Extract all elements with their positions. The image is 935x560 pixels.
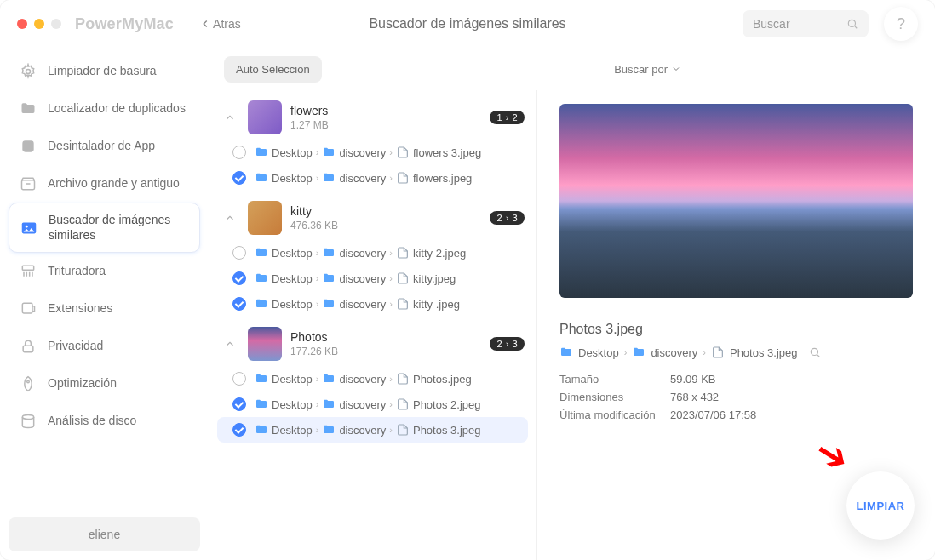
sidebar-item-label: Buscador de imágenes similares [49,213,189,243]
svg-point-5 [26,225,28,227]
meta-mod-label: Última modificación [559,407,662,425]
sidebar-item-privacy[interactable]: Privacidad [9,328,200,365]
sidebar-item-trash-cleaner[interactable]: Limpiador de basura [9,53,200,90]
group-count-badge: 2 › 3 [490,337,525,351]
file-checkbox[interactable] [232,372,246,386]
chevron-up-icon[interactable] [221,108,239,127]
clean-button[interactable]: LIMPIAR [846,471,915,540]
file-path: Desktop› discovery› Photos 2.jpeg [255,397,480,411]
sidebar-item-duplicate-finder[interactable]: Localizador de duplicados [9,90,200,128]
archive-icon [19,174,37,193]
auto-select-button[interactable]: Auto Seleccion [224,56,322,83]
file-icon [711,346,725,359]
toolbar: Auto Seleccion Buscar por [209,48,935,90]
meta-size-value: 59.09 KB [670,371,716,389]
group-header[interactable]: Photos177.26 KB 2 › 3 [217,322,528,366]
file-path: Desktop› discovery› kitty 2.jpeg [255,246,466,260]
path-seg: Desktop [272,298,313,311]
sidebar-item-label: Limpiador de basura [48,64,157,79]
chevron-up-icon[interactable] [221,209,239,227]
svg-rect-3 [22,180,35,190]
file-checkbox[interactable] [232,423,246,437]
group-header[interactable]: kitty476.36 KB 2 › 3 [217,196,528,240]
search-icon[interactable] [809,346,821,358]
svg-point-1 [26,70,31,74]
file-checkbox[interactable] [232,146,246,159]
file-checkbox[interactable] [232,246,246,260]
close-window-button[interactable] [17,19,27,29]
gear-icon [19,62,37,81]
file-row[interactable]: Desktop› discovery› kitty 2.jpeg [217,240,528,266]
svg-rect-7 [22,303,32,313]
app-name: PowerMyMac [75,15,174,33]
svg-rect-6 [22,266,33,270]
sort-by-dropdown[interactable]: Buscar por [614,63,681,76]
group-name: kitty [290,204,490,218]
file-row[interactable]: Desktop› discovery› kitty .jpeg [217,291,528,317]
path-seg: Desktop [272,373,313,386]
file-row[interactable]: Desktop› discovery› kitty.jpeg [217,266,528,291]
app-icon [19,137,37,156]
back-button[interactable]: Atras [199,17,241,31]
file-icon [396,397,410,411]
file-row[interactable]: Desktop› discovery› flowers.jpeg [217,165,528,191]
file-row[interactable]: Desktop› discovery› Photos 3.jpeg [217,417,528,443]
sidebar-item-similar-images[interactable]: Buscador de imágenes similares [9,203,200,253]
search-input[interactable]: Buscar [743,10,869,37]
preview-filename: Photos 3.jpeg [559,322,913,337]
file-path: Desktop› discovery› kitty .jpeg [255,297,460,311]
sidebar-item-large-old-files[interactable]: Archivo grande y antiguo [9,165,200,203]
preview-image [559,104,913,298]
meta-size-label: Tamaño [559,371,662,389]
folder-icon [255,397,268,411]
folder-icon [255,246,268,260]
folder-icon [322,171,336,185]
sidebar-item-label: Trituradora [48,264,106,279]
path-seg: discovery [339,172,386,185]
results-list: flowers1.27 MB 1 › 2 Desktop› discovery›… [209,90,537,560]
sidebar-item-shredder[interactable]: Trituradora [9,253,200,290]
group-name: flowers [290,104,490,117]
file-icon [396,297,410,311]
minimize-window-button[interactable] [34,19,44,29]
auto-select-label: Auto Seleccion [236,63,310,76]
folder-icon [322,246,336,260]
user-account-button[interactable]: eliene [9,517,200,551]
sidebar-item-disk-analysis[interactable]: Análisis de disco [9,403,200,440]
folder-icon [19,100,37,118]
sidebar-item-uninstaller[interactable]: Desintalador de App [9,128,200,165]
file-checkbox[interactable] [232,271,246,285]
path-seg: discovery [339,272,386,285]
file-row[interactable]: Desktop› discovery› Photos 2.jpeg [217,391,528,417]
zoom-window-button[interactable] [51,19,61,29]
path-seg: Desktop [578,346,619,359]
sidebar-item-label: Optimización [48,376,117,391]
folder-icon [322,146,336,159]
sidebar-item-optimization[interactable]: Optimización [9,365,200,403]
file-checkbox[interactable] [232,397,246,411]
help-button[interactable]: ? [884,7,918,41]
file-row[interactable]: Desktop› discovery› Photos.jpeg [217,366,528,391]
user-name: eliene [89,528,120,541]
file-path: Desktop› discovery› kitty.jpeg [255,271,456,285]
path-seg: Desktop [272,272,313,285]
svg-point-0 [848,20,855,26]
sidebar-item-label: Extensiones [48,301,112,317]
file-checkbox[interactable] [232,297,246,311]
search-icon [846,18,858,30]
sidebar-item-extensions[interactable]: Extensiones [9,290,200,328]
group-header[interactable]: flowers1.27 MB 1 › 2 [217,95,528,140]
sidebar-item-label: Archivo grande y antiguo [48,176,180,191]
chevron-up-icon[interactable] [221,334,239,353]
path-file: Photos 3.jpeg [730,346,798,359]
folder-icon [322,372,336,386]
file-checkbox[interactable] [232,171,246,185]
group-size: 1.27 MB [290,119,490,131]
back-label: Atras [213,17,241,31]
file-icon [396,146,410,159]
path-seg: discovery [339,298,386,311]
svg-point-11 [812,348,818,355]
file-row[interactable]: Desktop› discovery› flowers 3.jpeg [217,140,528,165]
folder-icon [255,372,268,386]
rocket-icon [19,374,37,393]
